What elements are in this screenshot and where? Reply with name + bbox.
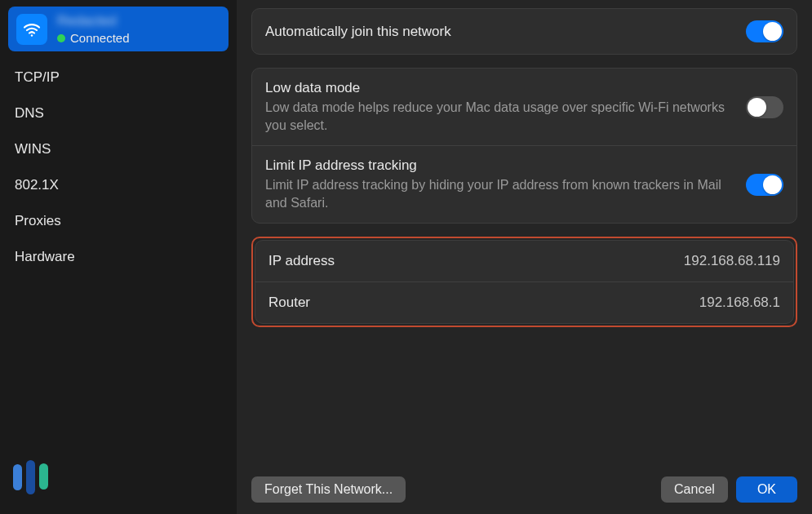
network-name: Redacted	[57, 13, 130, 29]
sidebar-item-wins[interactable]: WINS	[8, 131, 229, 167]
forget-network-button[interactable]: Forget This Network...	[251, 476, 406, 503]
ip-info-highlight: IP address 192.168.68.119 Router 192.168…	[251, 237, 797, 327]
app-logo	[8, 450, 229, 507]
main-content: Automatically join this network Low data…	[237, 0, 812, 514]
ip-address-row: IP address 192.168.68.119	[255, 241, 793, 282]
limit-ip-desc: Limit IP address tracking by hiding your…	[265, 176, 736, 211]
wifi-icon	[16, 14, 47, 45]
svg-point-0	[31, 34, 33, 36]
router-value: 192.168.68.1	[699, 295, 780, 311]
sidebar: Redacted Connected TCP/IP DNS WINS 802.1…	[0, 0, 237, 514]
sidebar-item-8021x[interactable]: 802.1X	[8, 167, 229, 203]
limit-ip-title: Limit IP address tracking	[265, 157, 736, 174]
sidebar-item-proxies[interactable]: Proxies	[8, 203, 229, 239]
auto-join-group: Automatically join this network	[251, 8, 797, 55]
ip-address-value: 192.168.68.119	[684, 253, 780, 269]
network-status: Connected	[70, 31, 130, 45]
network-info: Redacted Connected	[57, 13, 130, 45]
router-label: Router	[268, 295, 310, 311]
low-data-toggle[interactable]	[746, 96, 783, 118]
low-data-title: Low data mode	[265, 80, 736, 96]
auto-join-title: Automatically join this network	[265, 24, 736, 40]
sidebar-item-tcpip[interactable]: TCP/IP	[8, 60, 229, 95]
sidebar-network-item[interactable]: Redacted Connected	[8, 7, 229, 51]
low-data-desc: Low data mode helps reduce your Mac data…	[265, 99, 736, 134]
sidebar-item-hardware[interactable]: Hardware	[8, 239, 229, 275]
auto-join-toggle[interactable]	[746, 20, 783, 42]
sidebar-item-dns[interactable]: DNS	[8, 95, 229, 131]
data-settings-group: Low data mode Low data mode helps reduce…	[251, 68, 797, 224]
ip-address-label: IP address	[268, 253, 335, 269]
cancel-button[interactable]: Cancel	[661, 476, 728, 503]
button-bar: Forget This Network... Cancel OK	[251, 472, 797, 503]
ok-button[interactable]: OK	[736, 476, 797, 503]
status-dot-icon	[57, 34, 65, 42]
router-row: Router 192.168.68.1	[255, 282, 793, 323]
limit-ip-toggle[interactable]	[746, 174, 783, 196]
